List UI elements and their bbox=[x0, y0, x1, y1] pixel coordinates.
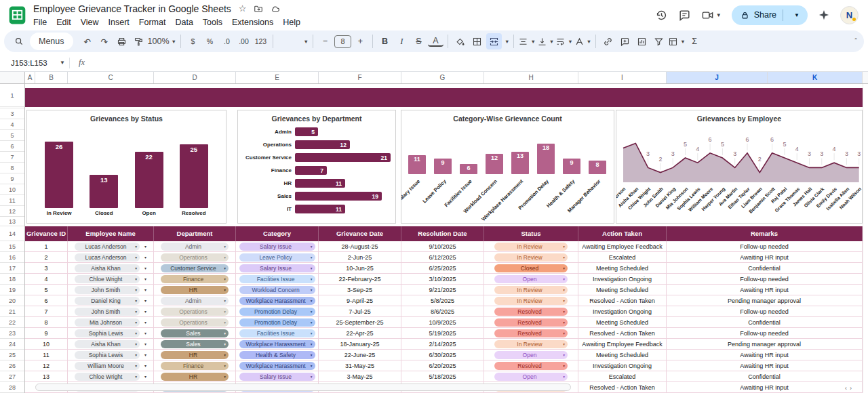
doc-title[interactable]: Employee Grievance Tracker in Google She… bbox=[33, 3, 231, 14]
row-header-17[interactable]: 17 bbox=[0, 263, 24, 274]
chip-dropdown-icon[interactable]: ▾ bbox=[144, 298, 146, 303]
horizontal-scrollbar[interactable] bbox=[35, 384, 571, 391]
chip-dropdown-icon[interactable]: ▾ bbox=[135, 277, 137, 281]
cell-grievance-id[interactable]: 2 bbox=[25, 252, 68, 262]
increase-decimal-button[interactable]: .00 bbox=[236, 33, 252, 49]
employee-chip[interactable]: Lucas Anderson▾ bbox=[75, 253, 140, 262]
chip-dropdown-icon[interactable]: ▾ bbox=[563, 310, 565, 314]
cell-action-taken[interactable]: Investigation Ongoing bbox=[578, 274, 667, 284]
table-views-button[interactable]: ▼ bbox=[668, 33, 685, 49]
cell-remarks[interactable]: Confidential bbox=[667, 263, 863, 273]
chip-dropdown-icon[interactable]: ▾ bbox=[311, 342, 313, 346]
chip-dropdown-icon[interactable]: ▾ bbox=[224, 331, 226, 335]
number-format-button[interactable]: 123 bbox=[253, 33, 269, 49]
cell-remarks[interactable]: Follow-up needed bbox=[667, 306, 863, 316]
cell-remarks[interactable]: Follow-up needed bbox=[667, 274, 863, 284]
cell-category[interactable]: Leave Policy▾ bbox=[236, 252, 319, 262]
chip-dropdown-icon[interactable]: ▾ bbox=[311, 277, 313, 281]
cell-resolution-date[interactable]: 5/18/2025 bbox=[401, 371, 484, 381]
chip-dropdown-icon[interactable]: ▾ bbox=[311, 310, 313, 314]
cell-category[interactable]: Facilities Issue▾ bbox=[236, 274, 319, 284]
chip-dropdown-icon[interactable]: ▾ bbox=[144, 331, 146, 335]
cell-department[interactable]: Sales▾ bbox=[154, 328, 236, 338]
cell-grievance-id[interactable]: 4 bbox=[25, 274, 68, 284]
cell-grievance-date[interactable]: 3-May-25 bbox=[319, 371, 401, 381]
cell-resolution-date[interactable]: 8/6/2025 bbox=[401, 306, 484, 316]
print-button[interactable] bbox=[114, 33, 130, 49]
cell-remarks[interactable]: Confidential bbox=[667, 371, 863, 381]
menu-help[interactable]: Help bbox=[278, 17, 305, 28]
cell-employee-name[interactable]: Chloe Wright▾▾ bbox=[68, 274, 154, 284]
chip-dropdown-icon[interactable]: ▾ bbox=[563, 331, 565, 335]
cell-action-taken[interactable]: Resolved - Action Taken bbox=[578, 295, 667, 306]
chart-grievances-by-status[interactable]: Grievances by Status 26132225 In ReviewC… bbox=[26, 110, 226, 224]
italic-button[interactable]: I bbox=[394, 33, 410, 49]
category-chip[interactable]: Salary Issue▾ bbox=[239, 264, 315, 272]
text-color-button[interactable]: A bbox=[428, 37, 443, 47]
decrease-font-button[interactable]: − bbox=[317, 33, 333, 49]
chip-dropdown-icon[interactable]: ▾ bbox=[563, 255, 565, 260]
merge-dropdown-icon[interactable]: ▼ bbox=[505, 39, 509, 45]
employee-chip[interactable]: Sophia Lewis▾ bbox=[75, 329, 140, 337]
vertical-scrollbar[interactable] bbox=[863, 84, 868, 393]
cell-employee-name[interactable]: Chloe Wright▾▾ bbox=[68, 371, 154, 381]
cell-remarks[interactable]: Awaiting HR input bbox=[667, 360, 863, 371]
cell-action-taken[interactable]: Resolved - Action Taken bbox=[578, 382, 667, 392]
chip-dropdown-icon[interactable]: ▾ bbox=[311, 320, 313, 325]
cell-action-taken[interactable]: Investigation Ongoing bbox=[578, 360, 667, 371]
chip-dropdown-icon[interactable]: ▾ bbox=[563, 245, 565, 249]
category-chip[interactable]: Leave Policy▾ bbox=[239, 253, 315, 262]
chip-dropdown-icon[interactable]: ▾ bbox=[135, 364, 137, 368]
cell-resolution-date[interactable]: 3/10/2025 bbox=[401, 274, 484, 284]
decrease-decimal-button[interactable]: .0 bbox=[219, 33, 235, 49]
cell-status[interactable]: In Review▾ bbox=[484, 295, 578, 306]
chip-dropdown-icon[interactable]: ▾ bbox=[311, 364, 313, 368]
cell-action-taken[interactable]: Awaiting Employee Feedback bbox=[578, 241, 667, 251]
font-family-select[interactable]: ▼ bbox=[277, 33, 309, 49]
column-header-K[interactable]: K bbox=[768, 72, 863, 83]
department-chip[interactable]: Admin▾ bbox=[161, 297, 229, 305]
undo-button[interactable]: ↶ bbox=[80, 33, 96, 49]
department-chip[interactable]: Admin▾ bbox=[161, 243, 229, 251]
employee-chip[interactable]: John Smith▾ bbox=[75, 308, 140, 316]
chip-dropdown-icon[interactable]: ▾ bbox=[311, 266, 313, 270]
cell-remarks[interactable]: Awaiting HR input bbox=[667, 382, 863, 392]
paint-format-button[interactable] bbox=[131, 33, 146, 49]
status-chip[interactable]: In Review▾ bbox=[494, 286, 568, 294]
employee-chip[interactable]: Daniel King▾ bbox=[75, 297, 140, 305]
chip-dropdown-icon[interactable]: ▾ bbox=[135, 375, 137, 379]
category-chip[interactable]: Health & Safety▾ bbox=[239, 351, 315, 359]
category-chip[interactable]: Facilities Issue▾ bbox=[239, 275, 315, 283]
menus-search-button[interactable]: Menus bbox=[30, 33, 73, 50]
cell-status[interactable]: Open▾ bbox=[484, 350, 578, 360]
menu-format[interactable]: Format bbox=[134, 17, 171, 28]
column-header-C[interactable]: C bbox=[68, 72, 154, 83]
chip-dropdown-icon[interactable]: ▾ bbox=[135, 353, 137, 357]
cell-grievance-id[interactable]: 5 bbox=[25, 285, 68, 295]
cell-action-taken[interactable]: Resolved - Action Taken bbox=[578, 328, 667, 338]
status-chip[interactable]: Resolved▾ bbox=[494, 318, 568, 327]
scrollbar-arrows[interactable]: ‹› bbox=[845, 385, 854, 392]
department-chip[interactable]: Sales▾ bbox=[161, 329, 229, 337]
cell-action-taken[interactable]: Meeting Scheduled bbox=[578, 263, 667, 273]
chip-dropdown-icon[interactable]: ▾ bbox=[135, 331, 137, 335]
chip-dropdown-icon[interactable]: ▾ bbox=[144, 363, 146, 368]
chip-dropdown-icon[interactable]: ▾ bbox=[144, 374, 146, 379]
row-header-11[interactable]: 11 bbox=[0, 195, 24, 206]
row-header-22[interactable]: 22 bbox=[0, 317, 24, 328]
row-header-8[interactable]: 8 bbox=[0, 163, 24, 173]
cell-department[interactable]: Operations▾ bbox=[154, 252, 236, 262]
cell-department[interactable]: Customer Service▾ bbox=[154, 263, 236, 273]
chip-dropdown-icon[interactable]: ▾ bbox=[224, 364, 226, 368]
chip-dropdown-icon[interactable]: ▾ bbox=[224, 277, 226, 281]
cell-category[interactable]: Salary Issue▾ bbox=[236, 241, 319, 251]
chip-dropdown-icon[interactable]: ▾ bbox=[144, 342, 146, 346]
cell-employee-name[interactable]: Mia Johnson▾▾ bbox=[68, 317, 154, 327]
row-header-16[interactable]: 16 bbox=[0, 252, 24, 263]
horizontal-align-button[interactable]: ▼ bbox=[518, 33, 535, 49]
meet-video-icon[interactable]: ▼ bbox=[701, 9, 722, 22]
row-header-6[interactable]: 6 bbox=[0, 141, 24, 152]
cell-grievance-date[interactable]: 7-Jul-25 bbox=[319, 306, 401, 316]
star-icon[interactable]: ☆ bbox=[239, 4, 247, 13]
column-header-F[interactable]: F bbox=[319, 72, 401, 83]
